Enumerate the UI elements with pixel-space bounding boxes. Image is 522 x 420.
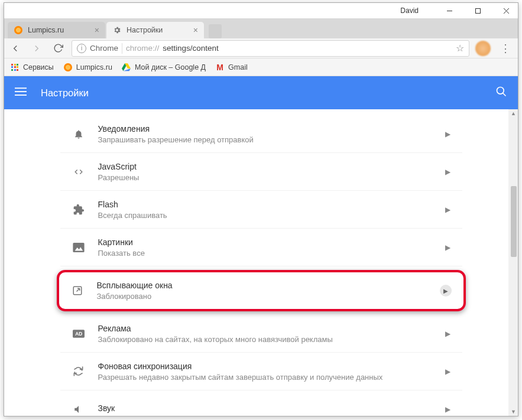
tab-settings[interactable]: Настройки × [106, 22, 204, 38]
chevron-right-icon: ▶ [440, 285, 452, 297]
lumpics-favicon [14, 25, 23, 35]
tab-lumpics[interactable]: Lumpics.ru × [8, 22, 105, 38]
setting-title: Реклама [98, 324, 445, 333]
ad-icon: AD [72, 327, 85, 340]
setting-title: Картинки [98, 237, 445, 247]
setting-text: JavaScriptРазрешены [98, 162, 445, 182]
svg-rect-1 [475, 8, 480, 13]
chevron-right-icon: ▶ [445, 206, 450, 214]
setting-text: УведомленияЗапрашивать разрешение перед … [98, 124, 445, 144]
setting-row-popup[interactable]: Всплывающие окнаЗаблокировано▶ [57, 270, 466, 311]
chevron-right-icon: ▶ [445, 367, 450, 376]
address-bar[interactable]: i Chrome chrome://settings/content ☆ [72, 40, 469, 57]
bookmark-label: Lumpics.ru [76, 63, 112, 71]
bookmark-drive[interactable]: Мой диск – Google Д [122, 63, 206, 72]
scrollbar[interactable]: ▲ ▼ [508, 109, 518, 416]
setting-row-bell[interactable]: УведомленияЗапрашивать разрешение перед … [60, 115, 462, 153]
setting-row-code[interactable]: JavaScriptРазрешены▶ [60, 153, 462, 191]
lumpics-icon [63, 63, 73, 72]
chevron-right-icon: ▶ [445, 243, 450, 252]
setting-text: FlashВсегда спрашивать [98, 200, 445, 220]
toolbar: i Chrome chrome://settings/content ☆ ⋮ [4, 38, 518, 58]
setting-row-image[interactable]: КартинкиПоказать все▶ [60, 229, 462, 266]
reload-button[interactable] [50, 41, 66, 56]
setting-title: Всплывающие окна [97, 281, 440, 290]
setting-text: РекламаЗаблокировано на сайтах, на котор… [98, 324, 445, 344]
tab-label: Lumpics.ru [28, 26, 64, 34]
back-button[interactable] [8, 41, 23, 56]
setting-text: КартинкиПоказать все [98, 237, 445, 258]
setting-title: Звук [98, 403, 445, 413]
puzzle-icon [72, 203, 85, 216]
bookmark-label: Сервисы [23, 63, 54, 71]
bookmark-star-icon[interactable]: ☆ [456, 43, 464, 54]
setting-row-sync[interactable]: Фоновая синхронизацияРазрешать недавно з… [60, 353, 462, 390]
chevron-right-icon: ▶ [445, 168, 450, 176]
setting-title: Уведомления [98, 124, 445, 134]
url-scheme: chrome:// [126, 44, 159, 53]
window-titlebar: David [4, 3, 518, 18]
setting-text: Звук [98, 403, 445, 415]
new-tab-button[interactable] [209, 24, 222, 38]
setting-row-puzzle[interactable]: FlashВсегда спрашивать▶ [60, 191, 462, 229]
svg-point-10 [497, 87, 504, 95]
sync-icon [72, 365, 85, 378]
setting-row-sound[interactable]: Звук▶ [60, 390, 462, 416]
setting-subtitle: Разрешены [98, 173, 445, 182]
svg-text:AD: AD [75, 331, 82, 337]
svg-rect-9 [15, 95, 27, 96]
tab-label: Настройки [127, 26, 163, 34]
scroll-down-icon[interactable]: ▼ [511, 409, 516, 415]
scroll-thumb[interactable] [511, 186, 517, 257]
popup-icon [71, 284, 84, 297]
bell-icon [72, 128, 85, 141]
setting-title: JavaScript [98, 162, 445, 171]
origin-label: Chrome [90, 44, 118, 53]
close-button[interactable] [498, 5, 514, 17]
tab-close-icon[interactable]: × [95, 25, 99, 35]
scroll-up-icon[interactable]: ▲ [511, 110, 516, 116]
svg-rect-8 [15, 91, 27, 92]
bookmark-gmail[interactable]: M Gmail [215, 63, 248, 72]
bookmarks-bar: Сервисы Lumpics.ru Мой диск – Google Д M… [4, 58, 518, 76]
setting-title: Фоновая синхронизация [98, 362, 445, 371]
apps-shortcut[interactable]: Сервисы [10, 63, 54, 72]
url-path: settings/content [163, 44, 219, 53]
setting-subtitle: Заблокировано на сайтах, на которых мног… [98, 335, 445, 344]
chevron-right-icon: ▶ [445, 130, 450, 138]
hamburger-icon[interactable] [15, 86, 28, 100]
bookmark-label: Gmail [228, 63, 248, 71]
image-icon [72, 241, 85, 254]
window-user: David [400, 6, 419, 15]
tabstrip: Lumpics.ru × Настройки × [4, 18, 518, 38]
minimize-button[interactable] [441, 5, 458, 17]
drive-icon [122, 63, 131, 72]
setting-title: Flash [98, 200, 445, 209]
tab-close-icon[interactable]: × [193, 25, 198, 35]
svg-rect-7 [15, 87, 27, 89]
search-icon[interactable] [495, 86, 507, 100]
bookmark-label: Мой диск – Google Д [135, 63, 206, 71]
chevron-right-icon: ▶ [445, 405, 450, 414]
page-title: Настройки [41, 87, 89, 99]
site-info-icon[interactable]: i [77, 44, 86, 53]
content-area: УведомленияЗапрашивать разрешение перед … [4, 109, 518, 416]
settings-header: Настройки [4, 76, 518, 109]
setting-text: Всплывающие окнаЗаблокировано [97, 281, 440, 301]
setting-subtitle: Запрашивать разрешение перед отправкой [98, 135, 445, 144]
setting-subtitle: Показать все [98, 249, 445, 258]
setting-subtitle: Разрешать недавно закрытым сайтам заверш… [98, 373, 445, 382]
forward-button[interactable] [29, 41, 44, 56]
gear-icon [112, 25, 122, 35]
gmail-icon: M [215, 63, 225, 72]
maximize-button[interactable] [469, 5, 486, 17]
setting-row-ad[interactable]: ADРекламаЗаблокировано на сайтах, на кот… [60, 315, 462, 353]
svg-rect-12 [73, 243, 84, 252]
setting-subtitle: Заблокировано [97, 292, 440, 301]
chevron-right-icon: ▶ [445, 330, 450, 338]
sound-icon [72, 403, 85, 416]
bookmark-lumpics[interactable]: Lumpics.ru [63, 63, 112, 72]
menu-button[interactable]: ⋮ [497, 42, 514, 55]
profile-avatar[interactable] [475, 41, 491, 56]
setting-text: Фоновая синхронизацияРазрешать недавно з… [98, 362, 445, 382]
